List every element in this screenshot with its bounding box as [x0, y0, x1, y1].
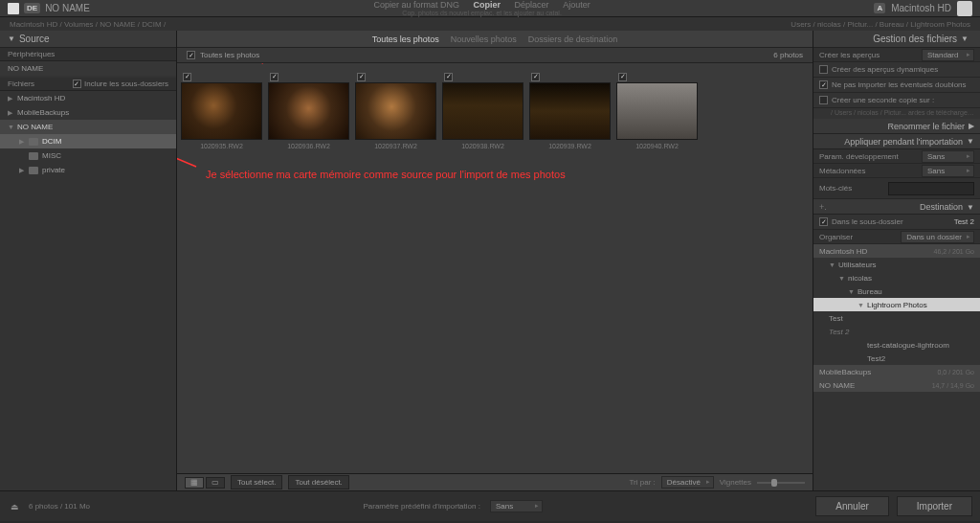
- source-panel-header[interactable]: ▼ Source: [0, 31, 176, 48]
- dest-volume-name: Macintosh HD: [891, 3, 951, 13]
- tab-all-photos[interactable]: Toutes les photos: [372, 34, 439, 44]
- hard-drive-icon: [957, 1, 972, 16]
- thumbnail-image[interactable]: [268, 82, 349, 140]
- dest-volume-row[interactable]: MobileBackups0,0 / 201 Go: [813, 365, 980, 378]
- loupe-view-button[interactable]: ▭: [206, 477, 225, 489]
- devices-label: Périphériques: [8, 50, 55, 58]
- build-previews-dropdown[interactable]: Standard: [922, 49, 974, 61]
- thumbnail-cell[interactable]: 1020940.RW2: [616, 71, 698, 149]
- thumbnail-image[interactable]: [442, 82, 523, 140]
- second-copy-path: / Users / nicolas / Pictur... ardes de t…: [813, 108, 980, 119]
- device-name: NO NAME: [8, 64, 43, 73]
- dest-device-badge[interactable]: A Macintosh HD: [874, 1, 972, 16]
- settings-panel: Gestion des fichiers ▼ Créer les aperçus…: [813, 31, 980, 490]
- dest-folder-row[interactable]: ▼Lightroom Photos: [813, 298, 980, 311]
- dest-folder-row[interactable]: test-catalogue-lightroom: [813, 338, 980, 352]
- volume-macintosh-hd[interactable]: ▶Macintosh HD: [0, 91, 176, 105]
- dest-folder-row[interactable]: Test2: [813, 352, 980, 365]
- thumbnail-image[interactable]: [355, 82, 436, 140]
- thumb-checkbox[interactable]: [531, 73, 540, 81]
- check-all-checkbox[interactable]: [187, 51, 195, 59]
- source-device-badge[interactable]: DE NO NAME: [8, 3, 90, 14]
- folder-private[interactable]: ▶private: [0, 163, 176, 177]
- dest-volume-row[interactable]: Macintosh HD46,2 / 201 Go: [813, 244, 980, 258]
- footer-info: 6 photos / 101 Mo: [29, 502, 90, 511]
- dest-folder-row[interactable]: ▼nicolas: [813, 271, 980, 284]
- thumbnail-image[interactable]: [181, 82, 262, 140]
- dest-folder-row[interactable]: Test 2: [813, 325, 980, 338]
- footer: ⏏ 6 photos / 101 Mo Paramètre prédéfini …: [0, 490, 980, 521]
- preview-panel: Toutes les photos Nouvelles photos Dossi…: [177, 31, 813, 490]
- source-breadcrumb[interactable]: Macintosh HD / Volumes / NO NAME / DCIM …: [10, 20, 166, 29]
- action-copy[interactable]: Copier: [474, 0, 501, 10]
- preset-dropdown[interactable]: Sans: [490, 500, 543, 512]
- tab-new-photos[interactable]: Nouvelles photos: [451, 34, 517, 44]
- cancel-button[interactable]: Annuler: [815, 496, 888, 516]
- sort-dropdown[interactable]: Désactivé: [661, 476, 714, 489]
- dest-volume-row[interactable]: NO NAME14,7 / 14,9 Go: [813, 378, 980, 392]
- second-copy-toggle[interactable]: Créer une seconde copie sur :: [813, 93, 980, 108]
- eject-icon[interactable]: ⏏: [8, 500, 21, 513]
- include-subfolders-label: Inclure les sous-dossiers: [84, 80, 168, 88]
- thumb-checkbox[interactable]: [618, 73, 627, 81]
- thumbnail-filename: 1020938.RW2: [442, 143, 523, 149]
- thumb-checkbox[interactable]: [357, 73, 366, 81]
- build-previews-label: Créer les aperçus: [819, 51, 880, 59]
- destination-header[interactable]: +. Destination▼: [813, 199, 980, 215]
- action-move[interactable]: Déplacer: [515, 0, 549, 10]
- subfolder-toggle[interactable]: Dans le sous-dossier Test 2: [813, 215, 980, 230]
- dest-folder-row[interactable]: ▼Bureau: [813, 284, 980, 298]
- develop-settings-label: Param. développement: [819, 152, 899, 161]
- tab-dest-folders[interactable]: Dossiers de destination: [528, 34, 618, 44]
- no-duplicates-toggle[interactable]: Ne pas importer les éventuels doublons: [813, 78, 980, 93]
- thumbnail-cell[interactable]: 1020937.RW2: [355, 71, 436, 149]
- folder-icon: [29, 152, 38, 160]
- preview-tabs: Toutes les photos Nouvelles photos Dossi…: [177, 31, 813, 48]
- volume-mobilebackups[interactable]: ▶MobileBackups: [0, 105, 176, 120]
- thumb-checkbox[interactable]: [183, 73, 191, 81]
- de-tag: DE: [24, 3, 40, 13]
- select-all-button[interactable]: Tout sélect.: [231, 475, 282, 489]
- folder-dcim[interactable]: ▶DCIM: [0, 134, 176, 148]
- metadata-dropdown[interactable]: Sans: [922, 165, 974, 177]
- dest-folder-row[interactable]: Test: [813, 311, 980, 325]
- thumb-checkbox[interactable]: [270, 73, 278, 81]
- thumb-size-slider[interactable]: [757, 482, 805, 484]
- thumbnail-cell[interactable]: 1020935.RW2: [181, 71, 262, 149]
- keywords-input[interactable]: [888, 182, 974, 195]
- photo-count: 6 photos: [773, 51, 803, 59]
- thumbnail-filename: 1020939.RW2: [529, 143, 611, 149]
- deselect-all-button[interactable]: Tout désélect.: [288, 475, 348, 489]
- thumbnail-cell[interactable]: 1020939.RW2: [529, 71, 611, 149]
- build-previews-row: Créer les aperçus Standard: [813, 48, 980, 62]
- organize-dropdown[interactable]: Dans un dossier: [901, 231, 974, 243]
- copy-mode-row: Copier au format DNG Copier Déplacer Ajo…: [90, 0, 875, 16]
- grid-view-button[interactable]: ▦: [185, 477, 204, 489]
- copy-dng-label[interactable]: Copier au format DNG: [374, 0, 460, 10]
- develop-settings-row: Param. développement Sans: [813, 149, 980, 164]
- thumbnail-cell[interactable]: 1020936.RW2: [268, 71, 349, 149]
- rename-header[interactable]: Renommer le fichier▶: [813, 119, 980, 134]
- smart-previews-toggle[interactable]: Créer des aperçus dynamiques: [813, 62, 980, 78]
- breadcrumb-row: Macintosh HD / Volumes / NO NAME / DCIM …: [0, 17, 980, 31]
- thumbnail-image[interactable]: [616, 82, 698, 140]
- grid-toolbar: ▦ ▭ Tout sélect. Tout désélect. Tri par …: [177, 473, 813, 490]
- file-handling-title: Gestion des fichiers: [873, 34, 957, 44]
- import-button[interactable]: Importer: [897, 496, 972, 516]
- thumbnail-cell[interactable]: 1020938.RW2: [442, 71, 523, 149]
- checkbox-icon: [819, 96, 828, 104]
- dest-folder-row[interactable]: ▼Utilisateurs: [813, 258, 980, 271]
- apply-during-import-header[interactable]: Appliquer pendant l'importation▼: [813, 134, 980, 149]
- dest-breadcrumb[interactable]: Users / nicolas / Pictur... / Bureau / L…: [791, 20, 970, 29]
- develop-settings-dropdown[interactable]: Sans: [922, 150, 974, 163]
- thumbnail-image[interactable]: [529, 82, 611, 140]
- device-row-noname[interactable]: NO NAME: [0, 61, 176, 76]
- action-add[interactable]: Ajouter: [563, 0, 590, 10]
- volume-noname[interactable]: ▼NO NAME: [0, 120, 176, 134]
- folder-icon: [29, 138, 38, 146]
- folder-misc[interactable]: MISC: [0, 148, 176, 163]
- file-handling-header[interactable]: Gestion des fichiers ▼: [813, 31, 980, 48]
- thumb-checkbox[interactable]: [444, 73, 453, 81]
- destination-tree: Macintosh HD46,2 / 201 Go▼Utilisateurs▼n…: [813, 244, 980, 490]
- include-subfolders-toggle[interactable]: Inclure les sous-dossiers: [73, 80, 168, 88]
